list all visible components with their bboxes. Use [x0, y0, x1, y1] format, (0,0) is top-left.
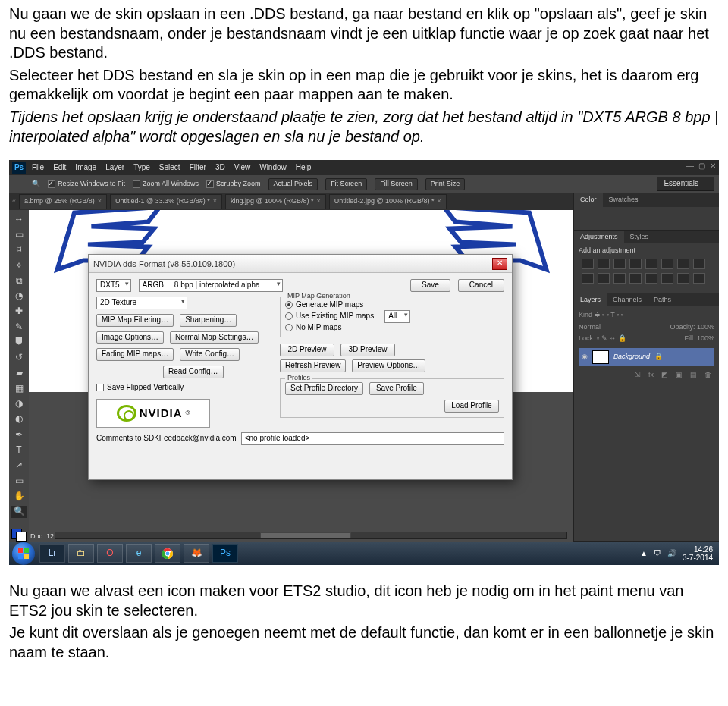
path-tool-icon[interactable]: ↗: [11, 460, 27, 472]
scrubby-zoom-checkbox[interactable]: Scrubby Zoom: [206, 180, 261, 189]
load-profile-button[interactable]: Load Profile: [444, 400, 499, 413]
tray-volume-icon[interactable]: 🔊: [667, 549, 676, 559]
eyedropper-tool-icon[interactable]: ◔: [11, 290, 27, 303]
move-tool-icon[interactable]: ↔: [11, 213, 27, 225]
tab-swatches[interactable]: Swatches: [603, 193, 645, 207]
adjustment-icon[interactable]: [629, 259, 642, 269]
actual-pixels-button[interactable]: Actual Pixels: [268, 178, 318, 190]
adjustment-icon[interactable]: [598, 273, 610, 284]
menu-window[interactable]: Window: [259, 163, 287, 173]
read-config-button[interactable]: Read Config: [163, 366, 224, 378]
taskbar-photoshop-icon[interactable]: Ps: [212, 544, 238, 563]
zoom-tool-icon[interactable]: 🔍: [11, 506, 27, 518]
menu-filter[interactable]: Filter: [190, 163, 206, 173]
taskbar-opera-icon[interactable]: O: [97, 544, 123, 563]
lasso-tool-icon[interactable]: ⌑: [11, 244, 27, 256]
profile-loaded-field[interactable]: <no profile loaded>: [241, 432, 504, 445]
doc-tab[interactable]: Untitled-1 @ 33.3% (RGB/8#) *×: [110, 194, 222, 209]
tab-styles[interactable]: Styles: [624, 231, 655, 244]
tab-close-icon[interactable]: ×: [317, 197, 321, 205]
blend-mode-dropdown[interactable]: Normal: [579, 323, 601, 332]
wand-tool-icon[interactable]: ✧: [11, 259, 27, 271]
marquee-tool-icon[interactable]: ▭: [11, 228, 27, 240]
write-config-button[interactable]: Write Config: [180, 348, 240, 361]
sharpening-button[interactable]: Sharpening: [180, 314, 237, 327]
3d-preview-button[interactable]: 3D Preview: [340, 344, 395, 356]
adjustment-icon[interactable]: [661, 273, 673, 284]
print-size-button[interactable]: Print Size: [425, 178, 466, 190]
taskbar-explorer-icon[interactable]: 🗀: [68, 544, 94, 563]
tab-close-icon[interactable]: ×: [438, 197, 441, 205]
group-icon[interactable]: ▣: [676, 371, 682, 380]
blur-tool-icon[interactable]: ◑: [11, 398, 27, 410]
taskbar-lightroom-icon[interactable]: Lr: [39, 544, 65, 563]
format-dxt5-dropdown[interactable]: DXT5: [96, 279, 131, 292]
fx-icon[interactable]: fx: [648, 371, 654, 380]
format-argb-dropdown[interactable]: ARGB 8 bpp | interpolated alpha: [139, 279, 283, 292]
menu-edit[interactable]: Edit: [53, 163, 66, 173]
2d-preview-button[interactable]: 2D Preview: [280, 344, 334, 356]
history-brush-icon[interactable]: ↺: [11, 352, 27, 364]
maximize-icon[interactable]: ▢: [698, 162, 705, 171]
new-layer-icon[interactable]: ▤: [690, 371, 697, 380]
image-options-button[interactable]: Image Options: [96, 331, 164, 344]
crop-tool-icon[interactable]: ⧉: [11, 275, 27, 287]
use-existing-mipmaps-radio[interactable]: Use Existing MIP mapsAll: [285, 310, 499, 323]
no-mipmaps-radio[interactable]: No MIP maps: [285, 323, 499, 333]
shape-tool-icon[interactable]: ▭: [11, 475, 27, 487]
fill-screen-button[interactable]: Fill Screen: [375, 178, 418, 190]
adjustment-icon[interactable]: [629, 273, 642, 284]
adjustment-icon[interactable]: [677, 259, 689, 269]
tab-paths[interactable]: Paths: [648, 293, 677, 307]
close-icon[interactable]: ✕: [710, 162, 716, 171]
adjustment-icon[interactable]: [645, 273, 657, 284]
menu-3d[interactable]: 3D: [215, 163, 225, 173]
normal-map-settings-button[interactable]: Normal Map Settings: [170, 331, 259, 344]
workspace-switcher[interactable]: Essentials: [657, 177, 714, 191]
canvas-horizontal-scrollbar[interactable]: [55, 532, 567, 539]
tab-color[interactable]: Color: [574, 193, 603, 207]
stamp-tool-icon[interactable]: ⛊: [11, 337, 27, 349]
adjustment-icon[interactable]: [693, 259, 705, 269]
menu-file[interactable]: File: [32, 163, 44, 173]
foreground-background-swatch[interactable]: [11, 529, 27, 542]
hand-tool-icon[interactable]: ✋: [11, 491, 27, 503]
generate-mipmaps-radio[interactable]: Generate MIP maps: [285, 300, 499, 310]
adjustment-icon[interactable]: [613, 259, 626, 269]
doc-tab[interactable]: Untitled-2.jpg @ 100% (RGB/8) *×: [329, 194, 447, 209]
tab-adjustments[interactable]: Adjustments: [574, 231, 624, 244]
adjustment-icon[interactable]: [598, 259, 610, 269]
doc-tab[interactable]: a.bmp @ 25% (RGB/8)×: [19, 194, 107, 209]
menu-layer[interactable]: Layer: [105, 163, 124, 173]
adjustment-icon[interactable]: [677, 273, 689, 284]
dialog-titlebar[interactable]: NVIDIA dds Format (v8.55.0109.1800) ✕: [89, 255, 512, 273]
scrollbar-thumb[interactable]: [260, 532, 351, 538]
tab-layers[interactable]: Layers: [574, 293, 607, 307]
dialog-close-icon[interactable]: ✕: [492, 258, 507, 270]
tab-channels[interactable]: Channels: [607, 293, 648, 307]
zoom-all-checkbox[interactable]: Zoom All Windows: [133, 180, 199, 189]
mask-icon[interactable]: ◩: [661, 371, 668, 380]
type-tool-icon[interactable]: T: [11, 444, 27, 457]
adjustment-icon[interactable]: [582, 273, 594, 284]
eraser-tool-icon[interactable]: ▰: [11, 367, 27, 379]
visibility-eye-icon[interactable]: ◉: [582, 353, 588, 362]
fit-screen-button[interactable]: Fit Screen: [325, 178, 367, 190]
save-button[interactable]: Save: [410, 279, 450, 292]
doc-tab[interactable]: king.jpg @ 100% (RGB/8) *×: [225, 194, 326, 209]
menu-view[interactable]: View: [234, 163, 251, 173]
adjustment-icon[interactable]: [613, 273, 626, 284]
set-profile-dir-button[interactable]: Set Profile Directory: [285, 382, 363, 395]
tab-scroll-left-icon[interactable]: «: [12, 197, 16, 206]
adjustment-icon[interactable]: [661, 259, 673, 269]
healing-tool-icon[interactable]: ✚: [11, 306, 27, 318]
tab-close-icon[interactable]: ×: [213, 197, 217, 205]
texture-type-dropdown[interactable]: 2D Texture: [96, 297, 187, 309]
adjustment-icon[interactable]: [693, 273, 705, 284]
tray-flag-icon[interactable]: ▲: [640, 549, 648, 559]
taskbar-chrome-icon[interactable]: [155, 544, 180, 563]
menu-select[interactable]: Select: [159, 163, 180, 173]
taskbar-clock[interactable]: 14:26 3-7-2014: [682, 545, 713, 562]
menu-type[interactable]: Type: [133, 163, 150, 173]
save-profile-button[interactable]: Save Profile: [369, 382, 424, 395]
